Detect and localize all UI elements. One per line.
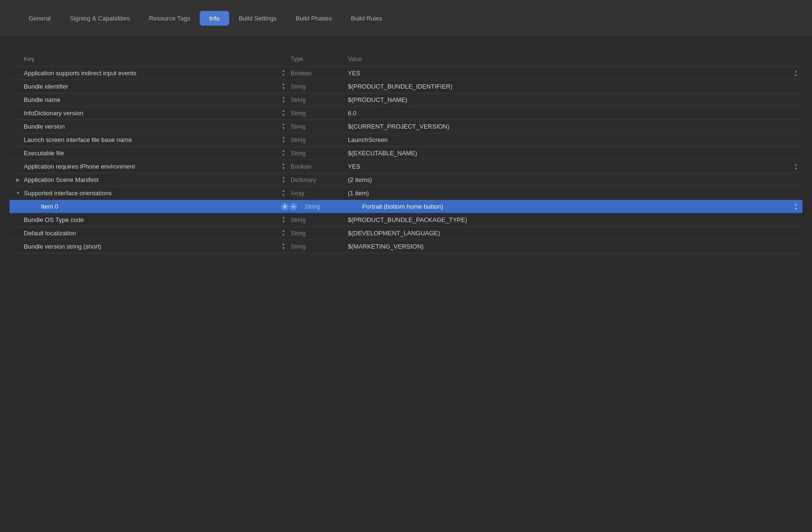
row-key-cell: Application requires iPhone environment xyxy=(10,163,276,170)
value-cell: $(PRODUCT_BUNDLE_IDENTIFIER) xyxy=(343,83,802,90)
disclosure-arrow-collapsed[interactable]: ▶ xyxy=(14,176,22,184)
value-text: Portrait (bottom home button) xyxy=(362,203,443,210)
table-row[interactable]: Bundle name ▲▼ String $(PRODUCT_NAME) xyxy=(10,93,802,107)
value-cell: $(PRODUCT_BUNDLE_PACKAGE_TYPE) xyxy=(343,216,802,223)
key-text: Launch screen interface file base name xyxy=(24,136,132,143)
row-stepper[interactable]: ▲▼ xyxy=(276,149,291,158)
value-text: 6.0 xyxy=(348,110,356,117)
type-cell: String xyxy=(291,83,343,90)
value-cell: (2 items) xyxy=(343,176,802,183)
type-cell: Dictionary xyxy=(291,177,343,183)
value-text: $(EXECUTABLE_NAME) xyxy=(348,150,417,157)
value-cell: Portrait (bottom home button) ▲▼ xyxy=(357,202,802,211)
stepper-control[interactable]: ▲▼ xyxy=(282,216,285,224)
stepper-control[interactable]: ▲▼ xyxy=(282,162,285,171)
value-text: YES xyxy=(348,163,360,170)
tab-build-rules[interactable]: Build Rules xyxy=(341,11,392,26)
value-cell: (1 item) xyxy=(343,190,802,197)
table-row[interactable]: InfoDictionary version ▲▼ String 6.0 xyxy=(10,107,802,120)
stepper-control[interactable]: ▲▼ xyxy=(282,176,285,184)
row-key-cell: Executable file xyxy=(10,150,276,157)
stepper-control[interactable]: ▲▼ xyxy=(282,136,285,144)
table-row[interactable]: Application supports indirect input even… xyxy=(10,67,802,80)
row-stepper[interactable]: ▲▼ xyxy=(276,109,291,118)
row-stepper[interactable]: ▲▼ xyxy=(276,229,291,238)
add-item-button[interactable]: + xyxy=(281,203,289,211)
type-cell: String xyxy=(291,97,343,103)
type-cell: String xyxy=(291,123,343,130)
tab-signing[interactable]: Signing & Capabilities xyxy=(60,11,139,26)
table-row[interactable]: Launch screen interface file base name ▲… xyxy=(10,133,802,147)
tab-build-phases[interactable]: Build Phases xyxy=(286,11,341,26)
row-stepper[interactable]: ▲▼ xyxy=(276,82,291,91)
tab-info[interactable]: Info xyxy=(200,11,229,26)
type-cell: String xyxy=(291,230,343,237)
table-row[interactable]: Application requires iPhone environment … xyxy=(10,160,802,173)
stepper-control[interactable]: ▲▼ xyxy=(282,229,285,238)
row-key-cell: Default localization xyxy=(10,230,276,237)
row-stepper[interactable]: ▲▼ xyxy=(276,216,291,224)
value-cell: $(MARKETING_VERSION) xyxy=(343,243,802,250)
tab-build-settings[interactable]: Build Settings xyxy=(229,11,286,26)
value-cell: YES ▲▼ xyxy=(343,69,802,78)
table-header: Key Type Value xyxy=(10,51,802,67)
key-text: Bundle OS Type code xyxy=(24,216,84,223)
table-row[interactable]: Executable file ▲▼ String $(EXECUTABLE_N… xyxy=(10,147,802,160)
table-row[interactable]: ▼ Supported interface orientations ▲▼ Ar… xyxy=(10,187,802,200)
row-add-remove[interactable]: + − xyxy=(276,203,305,211)
value-stepper[interactable]: ▲▼ xyxy=(794,162,798,171)
table-row-selected[interactable]: Item 0 + − String Portrait (bottom home … xyxy=(10,200,802,213)
value-text: (1 item) xyxy=(348,190,369,197)
row-stepper[interactable]: ▲▼ xyxy=(276,242,291,251)
remove-item-button[interactable]: − xyxy=(290,203,297,211)
value-text: $(PRODUCT_BUNDLE_IDENTIFIER) xyxy=(348,83,453,90)
table-row[interactable]: Bundle identifier ▲▼ String $(PRODUCT_BU… xyxy=(10,80,802,93)
table-row[interactable]: Bundle OS Type code ▲▼ String $(PRODUCT_… xyxy=(10,213,802,227)
table-row[interactable]: Bundle version ▲▼ String $(CURRENT_PROJE… xyxy=(10,120,802,133)
row-stepper[interactable]: ▲▼ xyxy=(276,69,291,78)
row-key-cell: Bundle name xyxy=(10,96,276,103)
value-text: $(DEVELOPMENT_LANGUAGE) xyxy=(348,230,440,237)
value-cell: YES ▲▼ xyxy=(343,162,802,171)
key-text: Bundle name xyxy=(24,96,61,103)
stepper-control[interactable]: ▲▼ xyxy=(282,82,285,91)
header-value-label: Value xyxy=(348,56,362,62)
key-text: Supported interface orientations xyxy=(24,190,112,197)
key-text: Bundle identifier xyxy=(24,83,68,90)
row-key-cell: Application supports indirect input even… xyxy=(10,70,276,77)
row-stepper[interactable]: ▲▼ xyxy=(276,162,291,171)
table-row[interactable]: Bundle version string (short) ▲▼ String … xyxy=(10,240,802,253)
row-stepper[interactable]: ▲▼ xyxy=(276,136,291,144)
stepper-control[interactable]: ▲▼ xyxy=(282,149,285,158)
type-cell: String xyxy=(305,203,357,210)
row-stepper[interactable]: ▲▼ xyxy=(276,96,291,104)
stepper-control[interactable]: ▲▼ xyxy=(282,69,285,78)
value-cell: $(EXECUTABLE_NAME) xyxy=(343,150,802,157)
stepper-control[interactable]: ▲▼ xyxy=(282,189,285,198)
row-key-cell: Bundle OS Type code xyxy=(10,216,276,223)
value-cell: $(CURRENT_PROJECT_VERSION) xyxy=(343,123,802,130)
header-key: Key xyxy=(10,55,276,62)
value-cell: $(PRODUCT_NAME) xyxy=(343,96,802,103)
value-text: $(PRODUCT_NAME) xyxy=(348,96,407,103)
row-key-cell: Launch screen interface file base name xyxy=(10,136,276,143)
key-text: InfoDictionary version xyxy=(24,110,83,117)
row-stepper[interactable]: ▲▼ xyxy=(276,176,291,184)
stepper-control[interactable]: ▲▼ xyxy=(282,96,285,104)
value-stepper[interactable]: ▲▼ xyxy=(794,202,798,211)
header-value-cell: Value xyxy=(343,56,802,62)
table-row[interactable]: Default localization ▲▼ String $(DEVELOP… xyxy=(10,227,802,240)
tab-resource-tags[interactable]: Resource Tags xyxy=(140,11,200,26)
value-cell: LaunchScreen xyxy=(343,136,802,143)
value-text: $(CURRENT_PROJECT_VERSION) xyxy=(348,123,449,130)
value-stepper[interactable]: ▲▼ xyxy=(794,69,798,78)
row-stepper[interactable]: ▲▼ xyxy=(276,122,291,131)
table-row[interactable]: ▶ Application Scene Manifest ▲▼ Dictiona… xyxy=(10,173,802,187)
type-cell: Boolean xyxy=(291,163,343,170)
stepper-control[interactable]: ▲▼ xyxy=(282,122,285,131)
stepper-control[interactable]: ▲▼ xyxy=(282,242,285,251)
disclosure-arrow-expanded[interactable]: ▼ xyxy=(14,190,22,197)
tab-general[interactable]: General xyxy=(19,11,60,26)
row-stepper[interactable]: ▲▼ xyxy=(276,189,291,198)
stepper-control[interactable]: ▲▼ xyxy=(282,109,285,118)
